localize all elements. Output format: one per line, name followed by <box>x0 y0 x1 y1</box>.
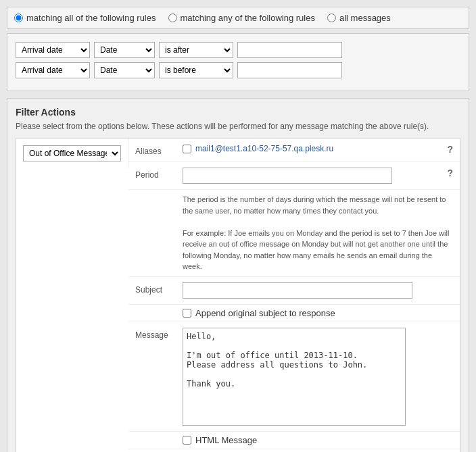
rules-section: Arrival date From To Subject Date Size i… <box>7 33 469 91</box>
match-all-label[interactable]: matching all of the following rules <box>14 13 156 23</box>
filter-actions-section: Filter Actions Please select from the op… <box>7 98 469 452</box>
aliases-content: mail1@test1.a10-52-75-57.qa.plesk.ru <box>183 144 439 153</box>
period-content: 7 <box>183 168 439 184</box>
html-message-checkbox[interactable] <box>183 436 191 445</box>
period-info-text2: For example: If Joe emails you on Monday… <box>183 229 449 271</box>
aliases-row: Aliases mail1@test1.a10-52-75-57.qa.ples… <box>128 139 460 162</box>
aliases-label: Aliases <box>135 144 183 156</box>
rule1-date-input[interactable]: 2013-11-03 <box>237 42 342 58</box>
match-all-text: matching all of the following rules <box>26 13 156 23</box>
all-messages-label[interactable]: all messages <box>327 13 391 23</box>
rule1-arrival-select[interactable]: Arrival date From To Subject <box>16 42 90 58</box>
match-any-text: matching any of the following rules <box>181 13 315 23</box>
action-type-col: Out of Office Message Forward to Delete <box>16 139 128 168</box>
all-messages-text: all messages <box>339 13 391 23</box>
charset-row: Charset UTF-8 (Unicode) ISO-8859-1 US-AS… <box>128 449 460 453</box>
message-content: Hello, I'm out of office until 2013-11-1… <box>183 328 453 426</box>
html-message-row: HTML Message <box>128 432 460 449</box>
period-label: Period <box>135 168 183 180</box>
subject-content: I'm on vacation until next week <box>183 282 453 299</box>
period-help-icon[interactable]: ? <box>439 168 453 178</box>
message-row: Message Hello, I'm out of office until 2… <box>128 322 460 432</box>
action-fields-col: Aliases mail1@test1.a10-52-75-57.qa.ples… <box>128 139 460 452</box>
all-messages-radio[interactable] <box>327 14 336 22</box>
message-textarea[interactable]: Hello, I'm out of office until 2013-11-1… <box>183 328 406 426</box>
message-label: Message <box>135 328 183 340</box>
subject-input[interactable]: I'm on vacation until next week <box>183 282 412 299</box>
match-any-label[interactable]: matching any of the following rules <box>168 13 315 23</box>
subject-row: Subject I'm on vacation until next week <box>128 277 460 305</box>
rule2-condition-select[interactable]: is before is after is on <box>159 62 233 78</box>
filter-match-row: matching all of the following rules matc… <box>7 7 469 29</box>
append-checkbox[interactable] <box>183 309 191 318</box>
filter-actions-desc: Please select from the options below. Th… <box>16 122 460 131</box>
action-type-select[interactable]: Out of Office Message Forward to Delete <box>23 145 121 161</box>
period-info: The period is the number of days during … <box>128 190 460 277</box>
rule1-condition-select[interactable]: is after is before is on <box>159 42 233 58</box>
rule2-arrival-select[interactable]: Arrival date From To Subject <box>16 62 90 78</box>
subject-label: Subject <box>135 282 183 295</box>
action-header: Out of Office Message Forward to Delete … <box>16 139 460 452</box>
filter-actions-title: Filter Actions <box>16 107 460 118</box>
append-checkbox-row: Append original subject to response <box>128 305 460 322</box>
action-panel: Out of Office Message Forward to Delete … <box>16 138 460 452</box>
match-any-radio[interactable] <box>168 14 177 22</box>
rule2-datetype-select[interactable]: Date Size <box>94 62 155 78</box>
period-row: Period 7 ? <box>128 162 460 190</box>
rule-row-2: Arrival date From To Subject Date Size i… <box>16 62 460 78</box>
rule1-datetype-select[interactable]: Date Size <box>94 42 155 58</box>
alias-checkbox[interactable] <box>183 145 191 153</box>
append-checkbox-label: Append original subject to response <box>195 308 335 318</box>
html-message-label: HTML Message <box>195 435 257 445</box>
alias-email-text: mail1@test1.a10-52-75-57.qa.plesk.ru <box>195 144 333 153</box>
rule-row-1: Arrival date From To Subject Date Size i… <box>16 42 460 58</box>
aliases-input-row: mail1@test1.a10-52-75-57.qa.plesk.ru <box>183 144 333 153</box>
aliases-help-icon[interactable]: ? <box>439 144 453 155</box>
match-all-radio[interactable] <box>14 14 23 22</box>
rule2-date-input[interactable]: 2013-11-10 <box>237 62 342 78</box>
period-info-text1: The period is the number of days during … <box>183 195 446 215</box>
period-input[interactable]: 7 <box>183 168 392 184</box>
